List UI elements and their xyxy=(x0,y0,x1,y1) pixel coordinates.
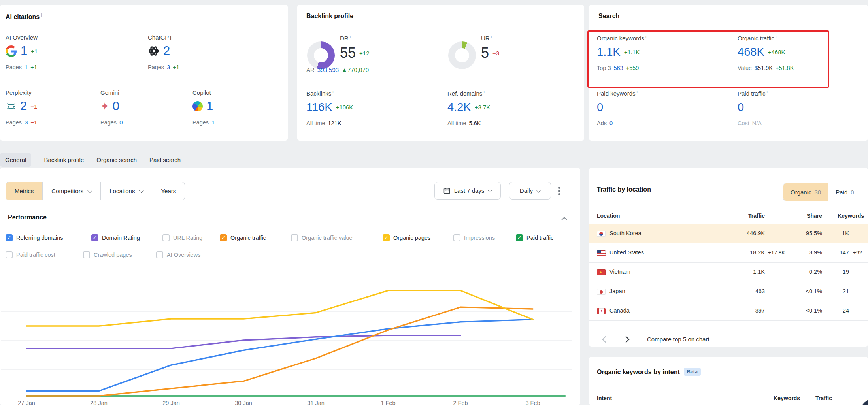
metric-dr: DRi 55 +12 xyxy=(340,34,370,67)
location-row-south-korea[interactable]: South Korea 446.9K 95.5% 1K xyxy=(589,224,868,243)
pages-delta: +1 xyxy=(173,64,179,70)
pages-value[interactable]: 3 xyxy=(25,119,28,126)
tab-general[interactable]: General xyxy=(0,153,31,167)
checkbox-url-rating[interactable]: URL Rating xyxy=(162,234,202,241)
checkbox-impressions[interactable]: Impressions xyxy=(453,234,495,241)
ads-value[interactable]: 0 xyxy=(609,120,613,126)
keywords-link[interactable]: 21 xyxy=(826,288,849,294)
granularity-label: Daily xyxy=(520,187,533,194)
checkbox-ai-overviews[interactable]: AI Overviews xyxy=(156,251,200,258)
divider xyxy=(597,391,868,391)
competitors-filter-button[interactable]: Competitors xyxy=(43,182,101,200)
collapse-section-button[interactable] xyxy=(561,217,568,223)
compare-top5-link[interactable]: Compare top 5 on chart xyxy=(647,336,709,343)
perplexity-value[interactable]: 2 xyxy=(20,99,27,113)
prev-page-button[interactable] xyxy=(602,336,609,343)
column-header-intent[interactable]: Intent xyxy=(597,395,612,401)
gemini-value[interactable]: 0 xyxy=(113,99,119,113)
keywords-link[interactable]: 1K xyxy=(826,230,849,236)
paid-keywords-value[interactable]: 0 xyxy=(597,101,603,114)
ai-citations-title-text: AI citations xyxy=(6,13,40,20)
keywords-link[interactable]: 19 xyxy=(826,269,849,275)
keywords-link[interactable]: 147 xyxy=(826,249,849,256)
ref-domains-label-text: Ref. domains xyxy=(447,90,482,97)
ai-overview-value[interactable]: 1 xyxy=(21,44,27,58)
pages-value[interactable]: 0 xyxy=(119,119,123,126)
years-filter-button[interactable]: Years xyxy=(152,182,185,200)
dr-value: 55 xyxy=(340,45,356,61)
pages-value[interactable]: 1 xyxy=(25,64,28,70)
share-value: 0.2% xyxy=(794,269,822,275)
toggle-paid[interactable]: Paid0 xyxy=(828,183,861,201)
column-header-keywords[interactable]: Keywords xyxy=(760,395,800,401)
ur-label: URi xyxy=(481,34,499,41)
next-page-button[interactable] xyxy=(623,336,630,343)
info-icon[interactable]: i xyxy=(332,89,333,94)
tab-backlink-profile[interactable]: Backlink profile xyxy=(44,156,84,163)
top3-value[interactable]: 563 xyxy=(613,65,623,71)
chatgpt-value[interactable]: 2 xyxy=(163,44,170,58)
checkbox-paid-traffic-cost[interactable]: Paid traffic cost xyxy=(6,251,55,258)
column-header-location[interactable]: Location xyxy=(597,213,620,219)
checkbox-organic-traffic[interactable]: Organic traffic xyxy=(220,234,266,241)
pages-value[interactable]: 1 xyxy=(211,119,215,126)
column-header-keywords[interactable]: Keywords xyxy=(825,213,864,219)
keywords-delta: +92 xyxy=(853,250,862,256)
keywords-link[interactable]: 24 xyxy=(826,307,849,314)
column-header-traffic[interactable]: Traffic xyxy=(800,395,832,401)
date-range-button[interactable]: Last 7 days xyxy=(434,182,501,200)
ref-domains-value[interactable]: 4.2K xyxy=(447,101,471,114)
copilot-value[interactable]: 1 xyxy=(206,99,213,113)
granularity-button[interactable]: Daily xyxy=(509,182,551,200)
toggle-organic[interactable]: Organic30 xyxy=(783,183,828,201)
metrics-filter-button[interactable]: Metrics xyxy=(6,182,43,200)
perplexity-label: Perplexity xyxy=(6,89,37,96)
column-header-traffic[interactable]: Traffic xyxy=(719,213,765,219)
info-icon[interactable]: i xyxy=(41,13,42,17)
location-row-japan[interactable]: Japan 463 <0.1% 21 xyxy=(589,282,868,301)
column-header-share[interactable]: Share xyxy=(787,213,822,219)
info-icon[interactable]: i xyxy=(350,34,351,39)
paid-traffic-label-text: Paid traffic xyxy=(738,90,766,97)
backlink-profile-title-text: Backlink profile xyxy=(306,13,353,19)
pages-value[interactable]: 3 xyxy=(167,64,170,70)
organic-keywords-delta: +1.1K xyxy=(624,49,640,55)
checkbox-domain-rating[interactable]: Domain Rating xyxy=(91,234,140,241)
info-icon[interactable]: i xyxy=(483,89,484,94)
ai-citations-card: AI citationsi AI Overview 1 +1 Pages1+1 … xyxy=(0,5,288,141)
tab-organic-search[interactable]: Organic search xyxy=(96,156,137,163)
checkbox-crawled-pages[interactable]: Crawled pages xyxy=(83,251,132,258)
paid-traffic-value[interactable]: 0 xyxy=(738,101,744,114)
chevron-down-icon xyxy=(87,188,92,193)
organic-keywords-value[interactable]: 1.1K xyxy=(597,45,621,58)
info-icon[interactable]: i xyxy=(767,89,768,94)
info-icon[interactable]: i xyxy=(776,34,776,39)
info-icon[interactable]: i xyxy=(645,34,646,39)
checkbox-referring-domains[interactable]: Referring domains xyxy=(6,234,63,241)
checkbox-organic-pages[interactable]: Organic pages xyxy=(383,234,430,241)
checkbox-paid-traffic[interactable]: Paid traffic xyxy=(516,234,553,241)
country-name: Japan xyxy=(609,288,625,294)
more-options-button[interactable] xyxy=(557,185,562,197)
checkbox-organic-traffic-value[interactable]: Organic traffic value xyxy=(291,234,353,241)
performance-title-text: Performance xyxy=(8,214,47,220)
keywords-by-intent-title-text: Organic keywords by intent xyxy=(597,369,680,375)
traffic-value: 18.2K xyxy=(719,249,765,256)
location-row-canada[interactable]: Canada 397 <0.1% 24 xyxy=(589,301,868,321)
location-row-united-states[interactable]: United States 18.2K +17.8K 3.9% 147 +92 xyxy=(589,243,868,263)
chevron-down-icon xyxy=(487,188,492,193)
locations-filter-button[interactable]: Locations xyxy=(101,182,152,200)
checkbox-label: Paid traffic cost xyxy=(16,252,55,258)
info-icon[interactable]: i xyxy=(491,34,492,39)
info-icon[interactable]: i xyxy=(637,89,638,94)
chart-line-referring-domains xyxy=(26,320,533,391)
location-row-vietnam[interactable]: Vietnam 1.1K 0.2% 19 xyxy=(589,263,868,282)
locations-label: Locations xyxy=(109,188,135,194)
copilot-label: Copilot xyxy=(192,89,215,96)
metric-perplexity: Perplexity 2 −1 Pages3−1 xyxy=(6,89,37,126)
backlinks-value[interactable]: 116K xyxy=(306,101,332,114)
ar-value[interactable]: 393,593 xyxy=(317,66,339,73)
organic-traffic-value[interactable]: 468K xyxy=(738,45,764,58)
tab-paid-search[interactable]: Paid search xyxy=(149,156,181,163)
x-axis-label: 30 Jan xyxy=(230,400,257,405)
